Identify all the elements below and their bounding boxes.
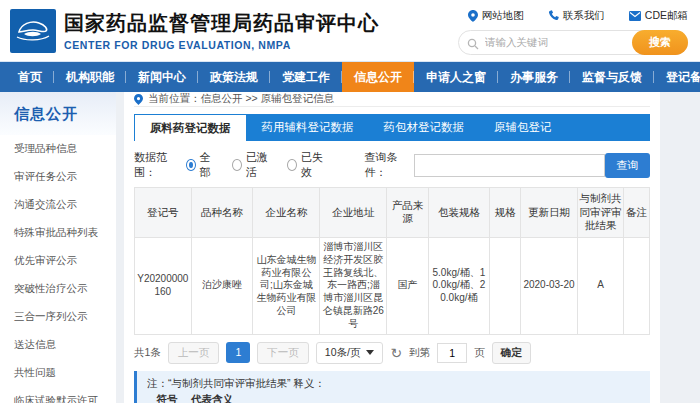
mailbox-label: CDE邮箱 bbox=[645, 9, 688, 23]
sitemap-link[interactable]: 网站地图 bbox=[468, 9, 524, 23]
nav-item-info-disclosure[interactable]: 信息公开 bbox=[342, 62, 414, 92]
nav-item-org[interactable]: 机构职能 bbox=[54, 62, 126, 92]
sidebar-item-accepted-varieties[interactable]: 受理品种信息 bbox=[0, 135, 116, 163]
site-search-button[interactable]: 搜索 bbox=[632, 30, 688, 55]
swan-logo-icon bbox=[15, 16, 51, 46]
location-pin-icon bbox=[134, 94, 143, 105]
col-product-source: 产品来源 bbox=[387, 188, 428, 238]
nav-item-news[interactable]: 新闻中心 bbox=[126, 62, 198, 92]
nav-item-party[interactable]: 党建工作 bbox=[270, 62, 342, 92]
quick-links: 网站地图 联系我们 CDE邮箱 bbox=[458, 9, 688, 23]
table-row: Y20200000160 泊沙康唑 山东金城生物药业有限公司;山东金城生物药业有… bbox=[135, 237, 650, 334]
scope-label: 数据范围： bbox=[134, 150, 180, 180]
map-pin-icon bbox=[468, 10, 478, 22]
sidebar-item-clinical-trial-license[interactable]: 临床试验默示许可 bbox=[0, 387, 116, 403]
radio-expired[interactable]: 已失效 bbox=[287, 150, 326, 180]
scope-radio-group: 全部 已激活 已失效 bbox=[186, 150, 326, 180]
col-package-spec: 包装规格 bbox=[428, 188, 490, 238]
mail-icon bbox=[629, 11, 641, 21]
page-size-select[interactable]: 10条/页 bbox=[316, 342, 384, 364]
col-company-address: 企业地址 bbox=[320, 188, 387, 238]
tab-bar: 原料药登记数据 药用辅料登记数据 药包材登记数据 原辅包登记 bbox=[134, 114, 650, 141]
main-panel: 当前位置：信息公开 >> 原辅包登记信息 原料药登记数据 药用辅料登记数据 药包… bbox=[124, 92, 660, 403]
radio-activated[interactable]: 已激活 bbox=[232, 150, 271, 180]
page-size-value: 10条/页 bbox=[325, 346, 361, 360]
query-input[interactable] bbox=[414, 154, 604, 177]
radio-activated-label: 已激活 bbox=[246, 150, 271, 180]
radio-expired-icon bbox=[287, 159, 297, 171]
sidebar-item-review-tasks[interactable]: 审评任务公示 bbox=[0, 163, 116, 191]
site-subtitle: CENTER FOR DRUG EVALUATION, NMPA bbox=[64, 39, 379, 51]
cell-spec bbox=[490, 237, 521, 334]
note-title: 注：“与制剂共同审评审批结果” 释义： bbox=[147, 376, 640, 391]
cell-variety-name: 泊沙康唑 bbox=[191, 237, 253, 334]
jump-page-input[interactable] bbox=[437, 343, 467, 363]
tab-excipient-data[interactable]: 药用辅料登记数据 bbox=[247, 114, 369, 141]
cell-registration-no: Y20200000160 bbox=[135, 237, 192, 334]
nav-item-supervision[interactable]: 监督与反馈 bbox=[570, 62, 654, 92]
nav-item-services[interactable]: 办事服务 bbox=[498, 62, 570, 92]
refresh-icon[interactable]: ↻ bbox=[390, 346, 402, 360]
col-spec: 规格 bbox=[490, 188, 521, 238]
sidebar-item-breakthrough-therapy[interactable]: 突破性治疗公示 bbox=[0, 275, 116, 303]
note-col-symbol: 符号 bbox=[155, 392, 179, 403]
sitemap-label: 网站地图 bbox=[482, 9, 524, 23]
breadcrumb-text: 当前位置：信息公开 >> 原辅包登记信息 bbox=[148, 92, 334, 106]
search-icon bbox=[467, 36, 479, 54]
prev-page-button[interactable]: 上一页 bbox=[168, 342, 220, 364]
col-update-date: 更新日期 bbox=[521, 188, 578, 238]
tab-dmf-registration[interactable]: 原辅包登记 bbox=[479, 114, 567, 141]
nav-item-registration-platform[interactable]: 登记备案平台 bbox=[654, 62, 700, 92]
nav-item-policy[interactable]: 政策法规 bbox=[198, 62, 270, 92]
header-searchbar: 搜索 bbox=[458, 30, 688, 55]
jump-unit: 页 bbox=[474, 346, 485, 360]
cell-company-name: 山东金城生物药业有限公司;山东金城生物药业有限公司 bbox=[253, 237, 320, 334]
sidebar-item-delivery-info[interactable]: 送达信息 bbox=[0, 331, 116, 359]
confirm-button[interactable]: 确定 bbox=[492, 342, 531, 364]
sidebar-item-three-in-one[interactable]: 三合一序列公示 bbox=[0, 303, 116, 331]
sidebar-item-communication[interactable]: 沟通交流公示 bbox=[0, 191, 116, 219]
next-page-button[interactable]: 下一页 bbox=[257, 342, 309, 364]
tab-api-data[interactable]: 原料药登记数据 bbox=[134, 114, 247, 141]
sidebar: 信息公开 受理品种信息 审评任务公示 沟通交流公示 特殊审批品种列表 优先审评公… bbox=[0, 92, 116, 403]
content: 信息公开 受理品种信息 审评任务公示 沟通交流公示 特殊审批品种列表 优先审评公… bbox=[0, 92, 700, 403]
site-titles: 国家药品监督管理局药品审评中心 CENTER FOR DRUG EVALUATI… bbox=[64, 10, 379, 51]
cell-remark bbox=[624, 237, 650, 334]
radio-all[interactable]: 全部 bbox=[186, 150, 216, 180]
nav-item-home[interactable]: 首页 bbox=[6, 62, 54, 92]
sidebar-item-special-approval[interactable]: 特殊审批品种列表 bbox=[0, 219, 116, 247]
sidebar-item-common-issues[interactable]: 共性问题 bbox=[0, 359, 116, 387]
contact-label: 联系我们 bbox=[563, 9, 605, 23]
phone-icon bbox=[548, 10, 559, 21]
cell-update-date: 2020-03-20 bbox=[521, 237, 578, 334]
site-header: 国家药品监督管理局药品审评中心 CENTER FOR DRUG EVALUATI… bbox=[0, 0, 700, 62]
cell-package-spec: 5.0kg/桶、10.0kg/桶、20.0kg/桶 bbox=[428, 237, 490, 334]
sidebar-title: 信息公开 bbox=[0, 92, 116, 135]
tab-packaging-data[interactable]: 药包材登记数据 bbox=[369, 114, 480, 141]
mailbox-link[interactable]: CDE邮箱 bbox=[629, 9, 688, 23]
pagination: 共1条 上一页 1 下一页 10条/页 ↻ 到第 页 确定 bbox=[134, 342, 650, 364]
cell-product-source: 国产 bbox=[387, 237, 428, 334]
contact-link[interactable]: 联系我们 bbox=[548, 9, 605, 23]
col-remark: 备注 bbox=[624, 188, 650, 238]
cell-joint-review-result: A bbox=[577, 237, 623, 334]
header-right: 网站地图 联系我们 CDE邮箱 bbox=[458, 7, 688, 55]
radio-all-label: 全部 bbox=[200, 150, 217, 180]
current-page[interactable]: 1 bbox=[226, 342, 250, 363]
site-title: 国家药品监督管理局药品审评中心 bbox=[64, 10, 379, 37]
filter-bar: 数据范围： 全部 已激活 已失效 查询条件： bbox=[134, 150, 650, 180]
radio-all-icon bbox=[186, 159, 196, 171]
note-box: 注：“与制剂共同审评审批结果” 释义： 符号 代表含义 A 已批准在上市制剂使用… bbox=[134, 371, 650, 403]
breadcrumb: 当前位置：信息公开 >> 原辅包登记信息 bbox=[134, 92, 650, 107]
query-label: 查询条件： bbox=[364, 150, 410, 180]
col-variety-name: 品种名称 bbox=[191, 188, 253, 238]
query-button[interactable]: 查询 bbox=[605, 153, 650, 178]
col-joint-review-result: 与制剂共同审评审批结果 bbox=[577, 188, 623, 238]
main-nav: 首页 机构职能 新闻中心 政策法规 党建工作 信息公开 申请人之窗 办事服务 监… bbox=[0, 62, 700, 92]
sidebar-item-priority-review[interactable]: 优先审评公示 bbox=[0, 247, 116, 275]
jump-label: 到第 bbox=[409, 346, 430, 360]
registration-table: 登记号 品种名称 企业名称 企业地址 产品来源 包装规格 规格 更新日期 与制剂… bbox=[134, 187, 650, 335]
note-header-row: 符号 代表含义 bbox=[147, 392, 640, 403]
nav-item-applicant[interactable]: 申请人之窗 bbox=[414, 62, 498, 92]
total-count: 共1条 bbox=[134, 346, 161, 360]
